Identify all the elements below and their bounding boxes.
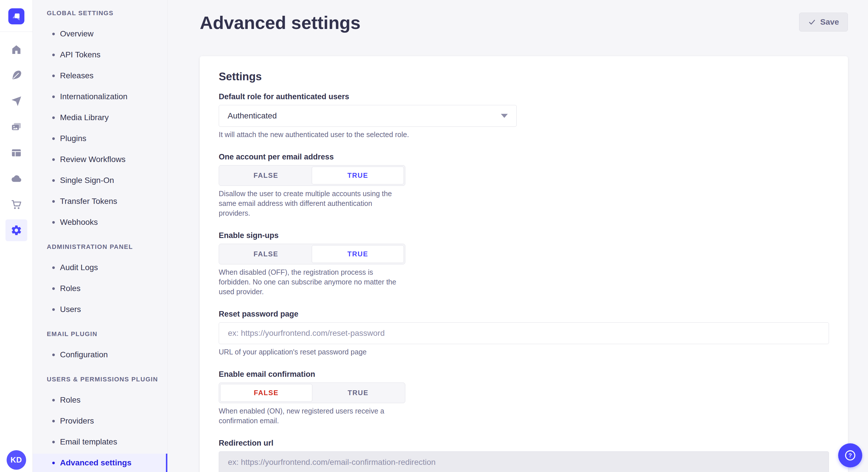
redirection-url-input[interactable]	[219, 451, 829, 472]
sidebar-item-label: Audit Logs	[60, 263, 98, 272]
sidebar-item-media-library[interactable]: Media Library	[33, 108, 167, 127]
subnav-list: OverviewAPI TokensReleasesInternationali…	[33, 25, 167, 231]
settings-button[interactable]	[5, 220, 27, 241]
sidebar-item-audit-logs[interactable]: Audit Logs	[33, 258, 167, 277]
sidebar-item-label: Single Sign-On	[60, 176, 114, 185]
one-account-toggle: FALSE TRUE	[219, 165, 405, 186]
save-button[interactable]: Save	[799, 12, 848, 32]
sidebar-item-email-templates[interactable]: Email templates	[33, 433, 167, 451]
default-role-field: Default role for authenticated users Aut…	[219, 92, 829, 139]
bullet-icon	[52, 441, 55, 443]
bullet-icon	[52, 158, 55, 161]
sidebar-item-label: Internationalization	[60, 92, 127, 101]
bullet-icon	[52, 33, 55, 35]
sidebar-item-label: Providers	[60, 416, 94, 426]
gear-icon	[11, 225, 22, 236]
settings-subnav: GLOBAL SETTINGSOverviewAPI TokensRelease…	[33, 0, 167, 472]
sidebar-item-advanced-settings[interactable]: Advanced settings	[33, 453, 167, 472]
sidebar-item-users[interactable]: Users	[33, 300, 167, 318]
subnav-list: RolesProvidersEmail templatesAdvanced se…	[33, 391, 167, 472]
user-avatar[interactable]: KD	[7, 450, 26, 470]
page-title: Advanced settings	[200, 12, 361, 33]
reset-password-input[interactable]	[219, 322, 829, 344]
email-confirmation-hint: When enabled (ON), new registered users …	[219, 406, 405, 426]
question-mark-icon: ?	[844, 449, 857, 462]
reset-password-field: Reset password page URL of your applicat…	[219, 309, 829, 357]
content-manager-button[interactable]	[8, 145, 24, 161]
default-role-select[interactable]: Authenticated	[219, 105, 517, 127]
sidebar-item-label: Review Workflows	[60, 155, 125, 164]
one-account-hint: Disallow the user to create multiple acc…	[219, 189, 405, 218]
sidebar-item-releases[interactable]: Releases	[33, 67, 167, 85]
content-builder-button[interactable]	[8, 67, 24, 83]
subnav-section-title: EMAIL PLUGIN	[47, 330, 167, 338]
home-button[interactable]	[8, 42, 24, 58]
sidebar-item-label: Overview	[60, 29, 94, 38]
sidebar-item-internationalization[interactable]: Internationalization	[33, 88, 167, 106]
sign-ups-option-true[interactable]: TRUE	[312, 245, 404, 263]
cloud-button[interactable]	[8, 171, 24, 187]
sidebar-item-review-workflows[interactable]: Review Workflows	[33, 150, 167, 169]
sidebar-item-plugins[interactable]: Plugins	[33, 129, 167, 148]
one-account-option-true[interactable]: TRUE	[312, 167, 404, 184]
default-role-hint: It will attach the new authenticated use…	[219, 130, 829, 139]
sidebar-item-providers[interactable]: Providers	[33, 412, 167, 430]
bullet-icon	[52, 74, 55, 77]
email-confirmation-option-true[interactable]: TRUE	[312, 384, 404, 402]
sidebar-item-webhooks[interactable]: Webhooks	[33, 213, 167, 231]
sidebar-item-single-sign-on[interactable]: Single Sign-On	[33, 171, 167, 190]
media-library-button[interactable]	[8, 119, 24, 135]
marketplace-button[interactable]	[8, 196, 24, 212]
bullet-icon	[52, 420, 55, 423]
sidebar-item-roles[interactable]: Roles	[33, 391, 167, 409]
media-library-icon	[11, 121, 22, 133]
subnav-section: USERS & PERMISSIONS PLUGINRolesProviders…	[33, 375, 167, 472]
settings-card: Settings Default role for authenticated …	[200, 56, 848, 472]
check-icon	[808, 18, 816, 26]
bullet-icon	[52, 96, 55, 98]
sidebar-item-label: Roles	[60, 396, 81, 405]
email-confirmation-toggle: FALSE TRUE	[219, 382, 405, 403]
sign-ups-label: Enable sign-ups	[219, 231, 829, 240]
bullet-icon	[52, 287, 55, 290]
svg-text:?: ?	[848, 452, 852, 459]
paper-plane-icon	[11, 96, 22, 107]
deploy-button[interactable]	[8, 93, 24, 109]
page-content: Settings Default role for authenticated …	[167, 56, 868, 472]
email-confirmation-field: Enable email confirmation FALSE TRUE Whe…	[219, 369, 829, 426]
bullet-icon	[52, 179, 55, 182]
sidebar-item-roles[interactable]: Roles	[33, 279, 167, 298]
sidebar-item-configuration[interactable]: Configuration	[33, 345, 167, 364]
email-confirmation-option-false[interactable]: FALSE	[220, 384, 312, 402]
cart-icon	[11, 199, 22, 210]
layout-panel-icon	[11, 147, 22, 159]
subnav-section: GLOBAL SETTINGSOverviewAPI TokensRelease…	[33, 9, 167, 231]
sidebar-item-label: Transfer Tokens	[60, 197, 117, 206]
help-button[interactable]: ?	[838, 443, 862, 467]
main-area: Advanced settings Save Settings Default …	[167, 0, 868, 472]
strapi-logo-button[interactable]	[8, 8, 24, 24]
sidebar-item-transfer-tokens[interactable]: Transfer Tokens	[33, 192, 167, 210]
sidebar-item-label: Plugins	[60, 134, 86, 143]
email-confirmation-label: Enable email confirmation	[219, 369, 829, 379]
redirection-url-field: Redirection url	[219, 438, 829, 472]
bullet-icon	[52, 116, 55, 119]
sidebar-item-label: Releases	[60, 71, 94, 80]
bullet-icon	[52, 353, 55, 356]
settings-section-title: Settings	[219, 70, 829, 83]
sidebar-item-api-tokens[interactable]: API Tokens	[33, 45, 167, 64]
chevron-down-icon	[501, 114, 508, 118]
sign-ups-option-false[interactable]: FALSE	[220, 245, 312, 263]
bullet-icon	[52, 137, 55, 140]
sidebar-item-label: Users	[60, 305, 81, 314]
bullet-icon	[52, 266, 55, 269]
bullet-icon	[52, 221, 55, 224]
default-role-value: Authenticated	[228, 111, 277, 121]
bullet-icon	[52, 200, 55, 203]
sign-ups-toggle: FALSE TRUE	[219, 244, 405, 264]
one-account-field: One account per email address FALSE TRUE…	[219, 152, 829, 218]
bullet-icon	[52, 54, 55, 56]
sidebar-item-overview[interactable]: Overview	[33, 25, 167, 43]
one-account-option-false[interactable]: FALSE	[220, 167, 312, 184]
subnav-section: EMAIL PLUGINConfiguration	[33, 330, 167, 364]
